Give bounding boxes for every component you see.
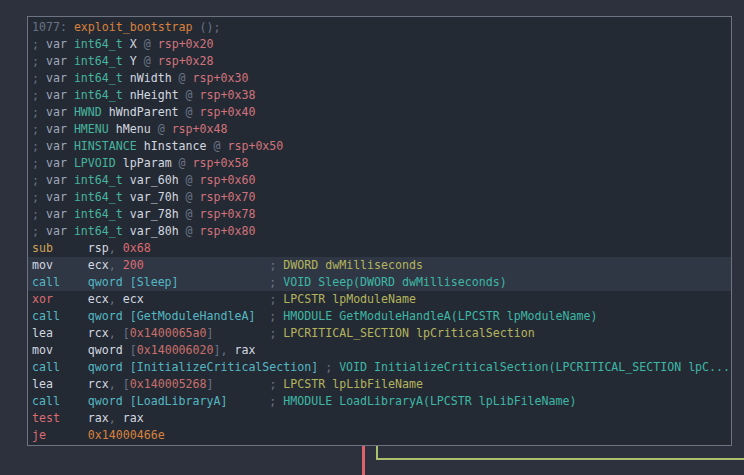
token: VOID Sleep(DWORD dwMilliseconds) bbox=[283, 275, 506, 289]
token: var bbox=[46, 122, 74, 136]
address-ref[interactable]: 0x1400065a0 bbox=[130, 326, 207, 340]
instruction[interactable]: xor ecx, ecx ; LPCSTR lpModuleName bbox=[28, 291, 731, 308]
instruction[interactable]: lea rcx, [0x1400065a0] ; LPCRITICAL_SECT… bbox=[28, 325, 731, 342]
token: ; bbox=[32, 139, 46, 153]
token: var bbox=[46, 207, 74, 221]
token: ; bbox=[32, 88, 46, 102]
token: @ bbox=[186, 88, 200, 102]
token: ; bbox=[269, 394, 283, 408]
token: ; bbox=[32, 156, 46, 170]
token: rsp+0x50 bbox=[227, 139, 283, 153]
token: sub bbox=[32, 241, 53, 255]
var-decl[interactable]: ; var int64_t Y @ rsp+0x28 bbox=[28, 53, 731, 70]
address-ref[interactable]: 0x140006020 bbox=[137, 343, 214, 357]
function-header[interactable]: 1077: exploit_bootstrap (); bbox=[28, 19, 731, 36]
token: ; bbox=[269, 275, 283, 289]
token: call bbox=[32, 275, 60, 289]
token: HINSTANCE bbox=[74, 139, 137, 153]
jump-target[interactable]: 0x14000466e bbox=[88, 428, 165, 442]
token: int64_t bbox=[74, 173, 123, 187]
token: @ bbox=[144, 37, 158, 51]
call-target-sleep[interactable]: qword [Sleep] bbox=[88, 275, 179, 289]
token: nWidth bbox=[123, 71, 179, 85]
token: , bbox=[109, 411, 123, 425]
token: , bbox=[109, 326, 123, 340]
token: ; bbox=[325, 360, 339, 374]
token: var bbox=[46, 156, 74, 170]
graph-view-canvas[interactable]: 1077: exploit_bootstrap ();; var int64_t… bbox=[0, 0, 744, 475]
token: rsp+0x58 bbox=[193, 156, 249, 170]
token: call bbox=[32, 360, 60, 374]
token: ecx bbox=[123, 292, 144, 306]
token bbox=[60, 394, 88, 408]
token: X bbox=[123, 37, 144, 51]
address-ref[interactable]: 0x140005268 bbox=[130, 377, 207, 391]
token: (); bbox=[193, 20, 221, 34]
token bbox=[214, 326, 270, 340]
instruction[interactable]: mov qword [0x140006020], rax bbox=[28, 342, 731, 359]
token bbox=[46, 428, 88, 442]
token: var_78h bbox=[123, 207, 186, 221]
token bbox=[60, 275, 88, 289]
call-target-getmodulehandlea[interactable]: qword [GetModuleHandleA] bbox=[88, 309, 256, 323]
var-decl[interactable]: ; var HWND hWndParent @ rsp+0x40 bbox=[28, 104, 731, 121]
token: @ bbox=[186, 190, 200, 204]
token: ; bbox=[32, 71, 46, 85]
token: 200 bbox=[123, 258, 144, 272]
call-target-initializecriticalsection[interactable]: qword [InitializeCriticalSection] bbox=[88, 360, 318, 374]
var-decl[interactable]: ; var int64_t var_70h @ rsp+0x70 bbox=[28, 189, 731, 206]
instruction[interactable]: call qword [GetModuleHandleA] ; HMODULE … bbox=[28, 308, 731, 325]
token: nHeight bbox=[123, 88, 186, 102]
var-decl[interactable]: ; var HMENU hMenu @ rsp+0x48 bbox=[28, 121, 731, 138]
token: ; bbox=[32, 173, 46, 187]
basic-block[interactable]: 1077: exploit_bootstrap ();; var int64_t… bbox=[27, 16, 732, 446]
var-decl[interactable]: ; var int64_t X @ rsp+0x20 bbox=[28, 36, 731, 53]
instruction[interactable]: call qword [Sleep] ; VOID Sleep(DWORD dw… bbox=[28, 274, 731, 291]
token bbox=[144, 258, 270, 272]
token: rsp+0x80 bbox=[200, 224, 256, 238]
token: HMODULE LoadLibraryA(LPCSTR lpLibFileNam… bbox=[283, 394, 576, 408]
token: ] bbox=[207, 377, 214, 391]
token: LPCRITICAL_SECTION lpCriticalSection bbox=[283, 326, 534, 340]
token: LPCSTR lpModuleName bbox=[283, 292, 416, 306]
var-decl[interactable]: ; var int64_t var_78h @ rsp+0x78 bbox=[28, 206, 731, 223]
token: LPVOID bbox=[74, 156, 116, 170]
function-name[interactable]: exploit_bootstrap bbox=[74, 20, 193, 34]
var-decl[interactable]: ; var int64_t var_60h @ rsp+0x60 bbox=[28, 172, 731, 189]
instruction[interactable]: sub rsp, 0x68 bbox=[28, 240, 731, 257]
token: rsp+0x38 bbox=[200, 88, 256, 102]
token: var_60h bbox=[123, 173, 186, 187]
token: @ bbox=[186, 207, 200, 221]
token: int64_t bbox=[74, 37, 123, 51]
token: var bbox=[46, 71, 74, 85]
token bbox=[179, 275, 270, 289]
token: var_80h bbox=[123, 224, 186, 238]
token: @ bbox=[144, 54, 158, 68]
var-decl[interactable]: ; var int64_t nWidth @ rsp+0x30 bbox=[28, 70, 731, 87]
var-decl[interactable]: ; var int64_t nHeight @ rsp+0x38 bbox=[28, 87, 731, 104]
token: hMenu bbox=[109, 122, 158, 136]
var-decl[interactable]: ; var int64_t var_80h @ rsp+0x80 bbox=[28, 223, 731, 240]
instruction[interactable]: mov ecx, 200 ; DWORD dwMilliseconds bbox=[28, 257, 731, 274]
instruction[interactable]: call qword [LoadLibraryA] ; HMODULE Load… bbox=[28, 393, 731, 410]
token: @ bbox=[158, 122, 172, 136]
token: ; bbox=[32, 122, 46, 136]
instruction[interactable]: test rax, rax bbox=[28, 410, 731, 427]
instruction[interactable]: call qword [InitializeCriticalSection] ;… bbox=[28, 359, 731, 376]
token: 1077: bbox=[32, 20, 74, 34]
token: @ bbox=[179, 71, 193, 85]
token: @ bbox=[186, 173, 200, 187]
token: hInstance bbox=[137, 139, 214, 153]
call-target-loadlibrarya[interactable]: qword [LoadLibraryA] bbox=[88, 394, 228, 408]
instruction[interactable]: je 0x14000466e bbox=[28, 427, 731, 444]
token: xor bbox=[32, 292, 53, 306]
instruction[interactable]: lea rcx, [0x140005268] ; LPCSTR lpLibFil… bbox=[28, 376, 731, 393]
var-decl[interactable]: ; var HINSTANCE hInstance @ rsp+0x50 bbox=[28, 138, 731, 155]
token: [ bbox=[130, 343, 137, 357]
token: @ bbox=[186, 224, 200, 238]
token: rcx bbox=[88, 377, 109, 391]
token: HMENU bbox=[74, 122, 109, 136]
token bbox=[144, 292, 270, 306]
token: rsp bbox=[88, 241, 109, 255]
var-decl[interactable]: ; var LPVOID lpParam @ rsp+0x58 bbox=[28, 155, 731, 172]
